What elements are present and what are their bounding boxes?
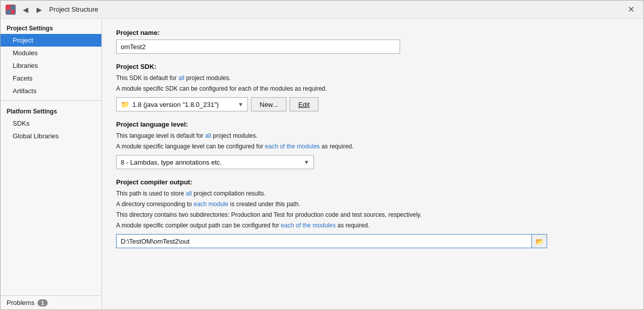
compiler-desc4-link: each of the modules (281, 222, 336, 229)
title-bar: ◀ ▶ Project Structure ✕ (1, 1, 643, 19)
project-structure-window: ◀ ▶ Project Structure ✕ Project Settings… (0, 0, 644, 310)
project-sdk-label: Project SDK: (116, 63, 629, 70)
project-name-label: Project name: (116, 29, 629, 36)
sidebar-divider (1, 100, 101, 101)
sdk-folder-icon: 📁 (121, 100, 129, 108)
lang-dropdown-arrow: ▼ (304, 159, 309, 165)
title-bar-left: ◀ ▶ Project Structure (6, 5, 98, 15)
main-content: Project Settings Project Modules Librari… (1, 19, 643, 309)
compiler-path-input[interactable] (116, 234, 532, 248)
main-panel: Project name: Project SDK: This SDK is d… (102, 19, 643, 309)
sidebar: Project Settings Project Modules Librari… (1, 19, 102, 309)
svg-rect-0 (7, 6, 10, 9)
problems-label: Problems (7, 299, 34, 306)
close-button[interactable]: ✕ (624, 4, 638, 15)
window-title: Project Structure (49, 6, 98, 13)
compiler-desc4: A module specific compiler output path c… (116, 221, 629, 230)
sidebar-item-global-libraries[interactable]: Global Libraries (1, 130, 101, 142)
sdk-desc2: A module specific SDK can be configured … (116, 84, 629, 93)
lang-select-text: 8 - Lambdas, type annotations etc. (121, 159, 304, 166)
forward-button[interactable]: ▶ (33, 5, 45, 15)
lang-desc1-link: all (205, 132, 211, 139)
folder-browse-icon: 📂 (535, 238, 544, 245)
lang-desc1: This language level is default for all p… (116, 131, 629, 140)
project-settings-label: Project Settings (1, 21, 101, 34)
project-language-label: Project language level: (116, 121, 629, 128)
sdk-edit-button[interactable]: Edit (290, 97, 318, 111)
svg-rect-1 (11, 6, 15, 9)
svg-rect-2 (7, 10, 10, 14)
compiler-desc1: This path is used to store all project c… (116, 189, 629, 198)
compiler-folder-button[interactable]: 📂 (532, 234, 547, 248)
svg-rect-3 (11, 10, 15, 14)
sidebar-item-libraries[interactable]: Libraries (1, 59, 101, 72)
project-compiler-label: Project compiler output: (116, 178, 629, 186)
sidebar-item-sdks[interactable]: SDKs (1, 117, 101, 130)
sidebar-item-artifacts[interactable]: Artifacts (1, 85, 101, 97)
compiler-desc2: A directory corresponding to each module… (116, 200, 629, 209)
title-bar-nav: ◀ ▶ (20, 5, 45, 15)
project-name-input[interactable] (116, 40, 400, 54)
sdk-dropdown-arrow: ▼ (238, 101, 243, 107)
sidebar-item-facets[interactable]: Facets (1, 72, 101, 85)
lang-desc2-link: each of the modules (265, 143, 320, 150)
app-icon (6, 5, 16, 15)
compiler-desc3: This directory contains two subdirectori… (116, 210, 629, 219)
sdk-row: 📁 1.8 (java version "1.8.0_231") ▼ New..… (116, 97, 629, 111)
compiler-path-row: 📂 (116, 234, 629, 248)
lang-dropdown[interactable]: 8 - Lambdas, type annotations etc. ▼ (116, 155, 314, 169)
problems-section[interactable]: Problems 1 (1, 295, 101, 309)
sdk-dropdown[interactable]: 📁 1.8 (java version "1.8.0_231") ▼ (116, 97, 248, 111)
lang-desc2: A module specific language level can be … (116, 142, 629, 151)
sidebar-item-project[interactable]: Project (1, 34, 101, 47)
compiler-desc2-link: each module (194, 201, 229, 208)
problems-badge: 1 (38, 299, 48, 306)
sdk-desc1: This SDK is default for all project modu… (116, 73, 629, 83)
sdk-new-button[interactable]: New... (251, 97, 287, 111)
sdk-desc1-link: all (178, 74, 185, 82)
compiler-desc1-link: all (186, 190, 192, 197)
sdk-select-text: 1.8 (java version "1.8.0_231") (132, 101, 234, 108)
back-button[interactable]: ◀ (20, 5, 31, 15)
sidebar-item-modules[interactable]: Modules (1, 47, 101, 59)
platform-settings-label: Platform Settings (1, 104, 101, 117)
